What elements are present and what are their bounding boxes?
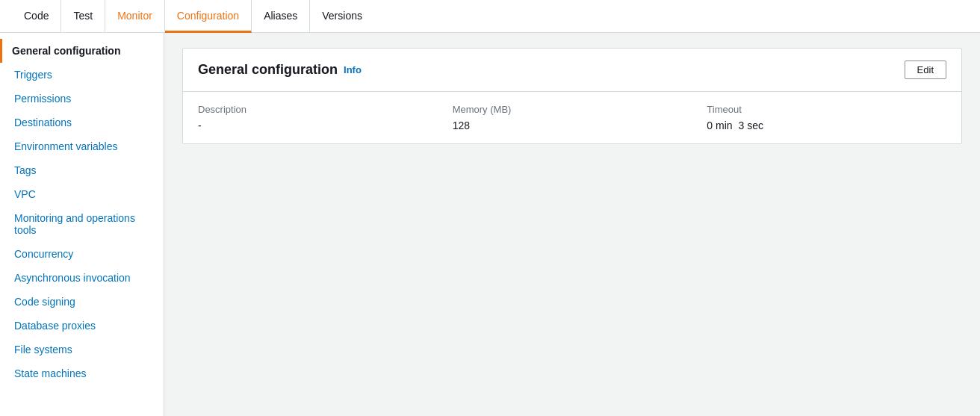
timeout-sec: 3 sec bbox=[739, 119, 763, 131]
memory-value: 128 bbox=[453, 119, 677, 131]
sidebar-item-environment-variables[interactable]: Environment variables bbox=[0, 134, 164, 158]
timeout-value: 0 min 3 sec bbox=[707, 119, 931, 131]
sidebar: General configurationTriggersPermissions… bbox=[0, 33, 164, 416]
sidebar-item-database-proxies[interactable]: Database proxies bbox=[0, 314, 164, 338]
config-panel-header: General configuration Info Edit bbox=[183, 49, 961, 92]
sidebar-item-destinations[interactable]: Destinations bbox=[0, 111, 164, 134]
description-col: Description - bbox=[198, 104, 438, 131]
config-body: Description - Memory (MB) 128 Timeout 0 … bbox=[183, 92, 961, 143]
tab-code[interactable]: Code bbox=[12, 0, 61, 33]
tab-test[interactable]: Test bbox=[61, 0, 105, 33]
config-panel-title: General configuration Info bbox=[198, 62, 362, 78]
sidebar-item-file-systems[interactable]: File systems bbox=[0, 338, 164, 361]
tab-monitor[interactable]: Monitor bbox=[105, 0, 165, 33]
config-title-text: General configuration bbox=[198, 62, 338, 78]
sidebar-item-code-signing[interactable]: Code signing bbox=[0, 290, 164, 314]
description-value: - bbox=[198, 119, 423, 131]
memory-col: Memory (MB) 128 bbox=[438, 104, 692, 131]
sidebar-item-vpc[interactable]: VPC bbox=[0, 182, 164, 206]
description-label: Description bbox=[198, 104, 423, 115]
tab-configuration[interactable]: Configuration bbox=[165, 0, 252, 33]
main-layout: General configurationTriggersPermissions… bbox=[0, 33, 980, 416]
sidebar-item-triggers[interactable]: Triggers bbox=[0, 63, 164, 87]
top-navigation: CodeTestMonitorConfigurationAliasesVersi… bbox=[0, 0, 980, 33]
sidebar-item-asynchronous-invocation[interactable]: Asynchronous invocation bbox=[0, 266, 164, 290]
timeout-min: 0 min bbox=[707, 119, 732, 131]
sidebar-item-tags[interactable]: Tags bbox=[0, 158, 164, 182]
edit-button[interactable]: Edit bbox=[905, 60, 946, 79]
timeout-col: Timeout 0 min 3 sec bbox=[692, 104, 946, 131]
info-link[interactable]: Info bbox=[344, 64, 362, 75]
sidebar-item-permissions[interactable]: Permissions bbox=[0, 87, 164, 111]
tab-aliases[interactable]: Aliases bbox=[252, 0, 310, 33]
general-configuration-panel: General configuration Info Edit Descript… bbox=[182, 48, 962, 144]
sidebar-item-state-machines[interactable]: State machines bbox=[0, 361, 164, 385]
sidebar-item-general-configuration[interactable]: General configuration bbox=[0, 39, 164, 63]
sidebar-item-concurrency[interactable]: Concurrency bbox=[0, 242, 164, 266]
tab-versions[interactable]: Versions bbox=[310, 0, 374, 33]
content-area: General configuration Info Edit Descript… bbox=[164, 33, 980, 416]
sidebar-item-monitoring-operations[interactable]: Monitoring and operations tools bbox=[0, 206, 164, 242]
memory-label: Memory (MB) bbox=[453, 104, 677, 115]
timeout-label: Timeout bbox=[707, 104, 931, 115]
